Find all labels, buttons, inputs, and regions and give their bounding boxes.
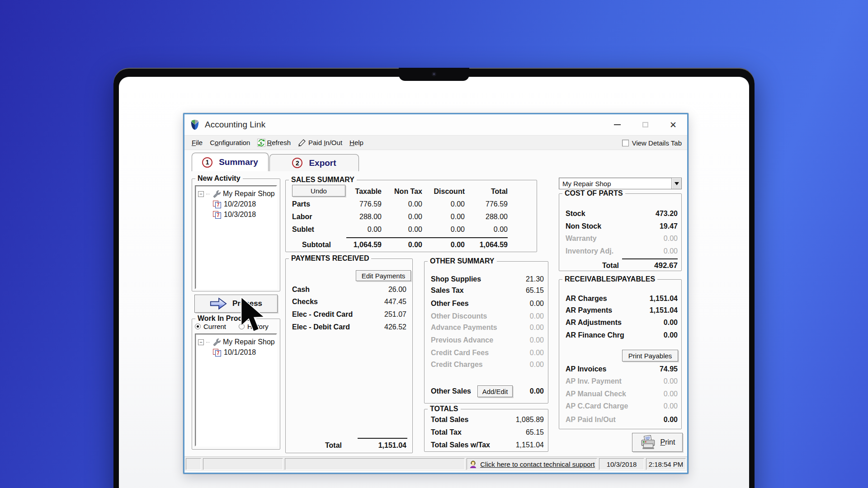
minimize-button[interactable] (603, 114, 631, 135)
menu-configuration[interactable]: Configuration (206, 137, 254, 148)
tree-item-date[interactable]: 7 10/1/2018 (196, 347, 256, 357)
ap-inv-payment-row: AP Inv. Payment0.00 (566, 376, 678, 387)
totals-title: TOTALS (428, 405, 461, 413)
other-row: Previous Advance0.00 (431, 335, 544, 346)
status-cell-support: Click here to contact technical support (467, 458, 597, 470)
payments-row-credit-card: Elec - Credit Card251.07 (292, 309, 406, 320)
payments-row-checks: Checks447.45 (292, 296, 406, 307)
sales-row-labor: Labor 288.000.00 0.00288.00 (292, 211, 508, 223)
tab-summary[interactable]: 1 Summary (192, 153, 269, 171)
current-radio-label: Current (203, 323, 226, 330)
daily-batch-icon: 7 (213, 349, 222, 357)
cop-row-stock: Stock473.20 (566, 208, 678, 219)
ap-invoices-row: AP Invoices74.95 (566, 364, 678, 375)
status-cell-empty (285, 458, 465, 470)
sales-summary-title: SALES SUMMARY (289, 176, 357, 184)
ar-finance-chrg-row: AR Finance Chrg0.00 (566, 330, 678, 341)
new-activity-tree: − My Repair Shop 7 10/2/2018 7 10/3/2018 (195, 185, 277, 289)
tab-export-label: Export (309, 158, 336, 168)
payments-row-cash: Cash26.00 (292, 284, 406, 295)
window-title: Accounting Link (205, 120, 265, 130)
other-row: Advance Payments0.00 (431, 322, 544, 333)
subtotal-rule (346, 237, 508, 238)
other-row: Other Fees0.00 (431, 298, 544, 309)
dropdown-button[interactable] (671, 178, 681, 189)
mouse-cursor (239, 296, 266, 335)
other-summary-title: OTHER SUMMARY (428, 257, 497, 265)
receivables-payables-group: RECEIVABLES/PAYABLES AR Charges1,151.04 … (559, 279, 682, 429)
other-row: Credit Charges0.00 (431, 359, 544, 370)
shop-selector[interactable]: My Repair Shop (559, 178, 682, 189)
status-time: 2:18:54 PM (646, 458, 686, 470)
menu-help[interactable]: Help (346, 137, 367, 148)
payments-total-rule (358, 438, 407, 439)
other-row: Sales Tax65.15 (431, 285, 544, 296)
other-row: Credit Card Fees0.00 (431, 347, 544, 358)
desktop-background: Accounting Link ✕ File Configuration $ (0, 0, 868, 488)
work-in-process-group: Work In Process Current History − My Rep… (192, 319, 280, 450)
collapse-icon[interactable]: − (198, 191, 204, 197)
cost-of-parts-group: COST OF PARTS Stock473.20 Non Stock19.47… (559, 193, 682, 271)
close-button[interactable]: ✕ (659, 114, 687, 135)
sales-header-row: TaxableNon Tax DiscountTotal (292, 186, 508, 197)
add-edit-button[interactable]: Add/Edit (477, 385, 513, 397)
ar-charges-row: AR Charges1,151.04 (566, 293, 678, 304)
wrench-icon (212, 190, 221, 198)
menu-bar: File Configuration $ Refresh (184, 135, 687, 150)
tab-export[interactable]: 2 Export (269, 154, 359, 171)
maximize-button[interactable] (631, 114, 659, 135)
menu-file[interactable]: File (188, 137, 206, 148)
cop-row-inventory-adj: Inventory Adj.0.00 (566, 246, 678, 257)
hand-writing-icon (298, 139, 307, 147)
tree-item-shop[interactable]: − My Repair Shop (196, 189, 275, 199)
support-agent-icon (469, 460, 477, 469)
other-row: Other Discounts0.00 (431, 311, 544, 322)
sales-summary-group: SALES SUMMARY Undo TaxableNon Tax Discou… (285, 180, 537, 252)
ap-paid-in-out-row: AP Paid In/Out0.00 (566, 414, 678, 425)
work-in-process-tree: − My Repair Shop 7 10/1/2018 (195, 333, 277, 446)
title-bar[interactable]: Accounting Link ✕ (184, 114, 687, 135)
laptop-notch (399, 68, 469, 81)
print-payables-button[interactable]: Print Payables (622, 350, 678, 361)
totals-row-tax: Total Tax65.15 (431, 427, 544, 438)
print-button[interactable]: Print (632, 433, 683, 452)
printer-icon (640, 435, 657, 450)
menu-paid-in-out[interactable]: Paid In/Out (294, 137, 346, 148)
ap-manual-check-row: AP Manual Check0.00 (566, 389, 678, 399)
app-logo-icon (189, 119, 201, 131)
menu-refresh[interactable]: $ Refresh (254, 137, 294, 148)
ar-adjustments-row: AR Adjustments0.00 (566, 317, 678, 328)
tree-item-date[interactable]: 7 10/3/2018 (196, 210, 256, 220)
other-summary-group: OTHER SUMMARY Shop Supplies21.30 Sales T… (424, 261, 548, 404)
status-cell-empty (186, 458, 201, 470)
payments-received-group: PAYMENTS RECEIVED Edit Payments Cash26.0… (285, 258, 413, 453)
accounting-link-window: Accounting Link ✕ File Configuration $ (183, 113, 689, 474)
cop-total-rule (622, 258, 678, 259)
refresh-dollar-icon: $ (257, 139, 265, 147)
view-details-checkbox[interactable] (622, 140, 629, 146)
view-details-label: View Details Tab (632, 139, 682, 147)
wrench-icon (212, 338, 221, 346)
technical-support-link[interactable]: Click here to contact technical support (480, 460, 594, 468)
chevron-down-icon (675, 182, 679, 185)
status-cell-empty (203, 458, 283, 470)
collapse-icon[interactable]: − (198, 339, 204, 345)
tree-item-shop[interactable]: − My Repair Shop (196, 337, 275, 347)
totals-row-sales: Total Sales1,085.89 (431, 414, 544, 425)
svg-text:$: $ (260, 141, 262, 145)
shop-selector-value: My Repair Shop (559, 180, 611, 188)
payments-received-title: PAYMENTS RECEIVED (289, 254, 371, 263)
edit-payments-button[interactable]: Edit Payments (356, 270, 411, 281)
tree-item-date[interactable]: 7 10/2/2018 (196, 199, 256, 209)
sales-subtotal-row: Subtotal 1,064.590.00 0.001,064.59 (292, 239, 508, 251)
tab-export-number: 2 (292, 158, 302, 168)
cop-row-non-stock: Non Stock19.47 (566, 221, 678, 232)
totals-row-sales-with-tax: Total Sales w/Tax1,151.04 (431, 440, 544, 450)
sales-row-parts: Parts 776.590.00 0.00776.59 (292, 198, 508, 210)
cop-row-warranty: Warranty0.00 (566, 233, 678, 244)
receivables-payables-title: RECEIVABLES/PAYABLES (562, 275, 657, 283)
payments-total-row: Total1,151.04 (325, 440, 406, 451)
status-bar: Click here to contact technical support … (184, 456, 687, 471)
current-radio[interactable] (195, 324, 201, 329)
tab-summary-label: Summary (219, 157, 258, 167)
